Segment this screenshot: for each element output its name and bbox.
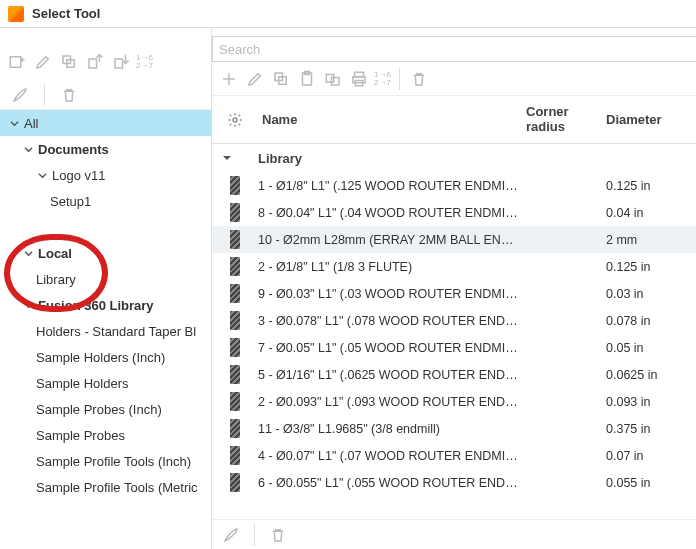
- tool-diameter: 0.07 in: [606, 449, 696, 463]
- endmill-icon: [230, 446, 240, 465]
- table-row[interactable]: 9 - Ø0.03" L1" (.03 WOOD ROUTER ENDMILL)…: [212, 280, 696, 307]
- edit-icon[interactable]: [244, 68, 266, 90]
- table-header: Name Corner radius Diameter: [212, 96, 696, 144]
- tree-item[interactable]: Sample Holders: [0, 370, 211, 396]
- col-name[interactable]: Name: [258, 112, 526, 127]
- tool-name: 5 - Ø1/16" L1" (.0625 WOOD ROUTER ENDMIL…: [258, 368, 526, 382]
- trash-icon[interactable]: [269, 526, 287, 544]
- tree-item[interactable]: Holders - Standard Taper Bl: [0, 318, 211, 344]
- tool-diameter: 0.0625 in: [606, 368, 696, 382]
- tree-item[interactable]: Sample Profile Tools (Inch): [0, 448, 211, 474]
- tree-item[interactable]: Sample Probes: [0, 422, 211, 448]
- tree-local[interactable]: Local: [0, 240, 211, 266]
- endmill-icon: [230, 392, 240, 411]
- tree-item[interactable]: Sample Profile Tools (Metric: [0, 474, 211, 500]
- tree-item[interactable]: Sample Holders (Inch): [0, 344, 211, 370]
- svg-point-18: [233, 118, 237, 122]
- chevron-down-icon: [22, 247, 34, 259]
- export-icon[interactable]: [84, 51, 106, 73]
- edit-icon[interactable]: [32, 51, 54, 73]
- app-icon: [8, 6, 24, 22]
- table-row[interactable]: 1 - Ø1/8" L1" (.125 WOOD ROUTER ENDMILL)…: [212, 172, 696, 199]
- col-diameter[interactable]: Diameter: [606, 112, 696, 127]
- brush-icon[interactable]: [10, 85, 30, 105]
- renumber-icon[interactable]: 1→6 2→7: [374, 71, 391, 87]
- trash-icon[interactable]: [408, 68, 430, 90]
- tool-name: 3 - Ø0.078" L1" (.078 WOOD ROUTER ENDMIL…: [258, 314, 526, 328]
- copy-icon[interactable]: [270, 68, 292, 90]
- chevron-down-icon: [22, 299, 34, 311]
- renumber-icon[interactable]: 1→6 2→7: [136, 54, 153, 70]
- chevron-down-icon: [36, 169, 48, 181]
- tool-name: 4 - Ø0.07" L1" (.07 WOOD ROUTER ENDMILL): [258, 449, 526, 463]
- tree-f360[interactable]: Fusion 360 Library: [0, 292, 211, 318]
- endmill-icon: [230, 230, 240, 249]
- search-input[interactable]: [219, 42, 690, 57]
- chevron-down-icon: [8, 117, 20, 129]
- endmill-icon: [230, 338, 240, 357]
- tool-name: 9 - Ø0.03" L1" (.03 WOOD ROUTER ENDMILL): [258, 287, 526, 301]
- col-corner[interactable]: Corner radius: [526, 105, 606, 134]
- print-icon[interactable]: [348, 68, 370, 90]
- add-icon[interactable]: [218, 68, 240, 90]
- endmill-icon: [230, 365, 240, 384]
- tree-setup[interactable]: Setup1: [0, 188, 211, 214]
- table-row[interactable]: 5 - Ø1/16" L1" (.0625 WOOD ROUTER ENDMIL…: [212, 361, 696, 388]
- new-library-icon[interactable]: [6, 51, 28, 73]
- tree-library[interactable]: Library: [0, 266, 211, 292]
- window-title: Select Tool: [32, 6, 100, 21]
- library-tree: All Documents Logo v11 Setup1 Local Libr…: [0, 110, 211, 549]
- table-row[interactable]: 11 - Ø3/8" L1.9685" (3/8 endmill)0.375 i…: [212, 415, 696, 442]
- endmill-icon: [230, 257, 240, 276]
- table-row[interactable]: 4 - Ø0.07" L1" (.07 WOOD ROUTER ENDMILL)…: [212, 442, 696, 469]
- svg-rect-0: [10, 57, 21, 68]
- tool-name: 2 - Ø0.093" L1" (.093 WOOD ROUTER ENDMIL…: [258, 395, 526, 409]
- tool-diameter: 0.078 in: [606, 314, 696, 328]
- main-toolbar: 1→6 2→7: [212, 62, 696, 96]
- endmill-icon: [230, 473, 240, 492]
- chevron-down-icon: [22, 143, 34, 155]
- table-row[interactable]: 2 - Ø1/8" L1" (1/8 3 FLUTE)0.125 in: [212, 253, 696, 280]
- tool-name: 8 - Ø0.04" L1" (.04 WOOD ROUTER ENDMILL): [258, 206, 526, 220]
- tool-name: 6 - Ø0.055" L1" (.055 WOOD ROUTER ENDMIL…: [258, 476, 526, 490]
- sidebar: 1→6 2→7 All Documents Logo v11 Setu: [0, 28, 212, 549]
- import-icon[interactable]: [110, 51, 132, 73]
- tree-logo[interactable]: Logo v11: [0, 162, 211, 188]
- endmill-icon: [230, 419, 240, 438]
- table-row[interactable]: 6 - Ø0.055" L1" (.055 WOOD ROUTER ENDMIL…: [212, 469, 696, 496]
- tree-documents[interactable]: Documents: [0, 136, 211, 162]
- footer-toolbar: [212, 519, 696, 549]
- paste-icon[interactable]: [296, 68, 318, 90]
- tree-all[interactable]: All: [0, 110, 211, 136]
- tool-table: Name Corner radius Diameter Library 1 - …: [212, 96, 696, 519]
- gear-icon[interactable]: [212, 112, 258, 128]
- separator: [44, 84, 45, 106]
- titlebar: Select Tool: [0, 0, 696, 28]
- tool-name: 7 - Ø0.05" L1" (.05 WOOD ROUTER ENDMILL): [258, 341, 526, 355]
- trash-icon[interactable]: [59, 85, 79, 105]
- tree-item[interactable]: Sample Probes (Inch): [0, 396, 211, 422]
- table-row[interactable]: 8 - Ø0.04" L1" (.04 WOOD ROUTER ENDMILL)…: [212, 199, 696, 226]
- table-row[interactable]: 10 - Ø2mm L28mm (ERRAY 2MM BALL END TA…2…: [212, 226, 696, 253]
- search-bar[interactable]: [212, 36, 696, 62]
- tool-diameter: 0.05 in: [606, 341, 696, 355]
- endmill-icon: [230, 176, 240, 195]
- duplicate-icon[interactable]: [322, 68, 344, 90]
- tool-diameter: 0.125 in: [606, 260, 696, 274]
- table-row[interactable]: 2 - Ø0.093" L1" (.093 WOOD ROUTER ENDMIL…: [212, 388, 696, 415]
- tool-diameter: 0.055 in: [606, 476, 696, 490]
- tool-diameter: 0.375 in: [606, 422, 696, 436]
- tool-diameter: 0.03 in: [606, 287, 696, 301]
- endmill-icon: [230, 284, 240, 303]
- sidebar-toolbar: 1→6 2→7: [0, 28, 211, 80]
- group-header[interactable]: Library: [212, 144, 696, 172]
- endmill-icon: [230, 311, 240, 330]
- brush-icon[interactable]: [222, 526, 240, 544]
- copy-icon[interactable]: [58, 51, 80, 73]
- tool-diameter: 2 mm: [606, 233, 696, 247]
- main-panel: 1→6 2→7 Name Corner radius Diameter Libr…: [212, 28, 696, 549]
- table-row[interactable]: 3 - Ø0.078" L1" (.078 WOOD ROUTER ENDMIL…: [212, 307, 696, 334]
- table-row[interactable]: 7 - Ø0.05" L1" (.05 WOOD ROUTER ENDMILL)…: [212, 334, 696, 361]
- tool-diameter: 0.125 in: [606, 179, 696, 193]
- endmill-icon: [230, 203, 240, 222]
